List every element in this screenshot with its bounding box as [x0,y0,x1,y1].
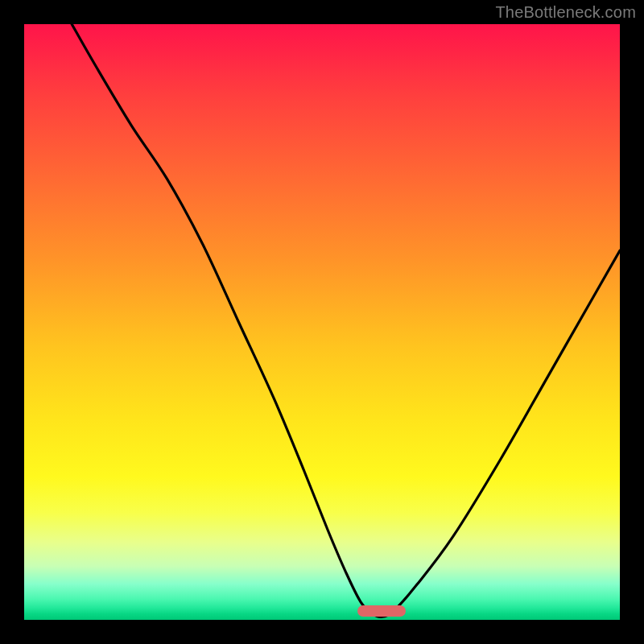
optimum-marker [357,605,405,617]
watermark-text: TheBottleneck.com [495,3,636,22]
bottleneck-curve [24,24,620,620]
plot-area [24,24,620,620]
chart-frame: TheBottleneck.com [0,0,644,644]
